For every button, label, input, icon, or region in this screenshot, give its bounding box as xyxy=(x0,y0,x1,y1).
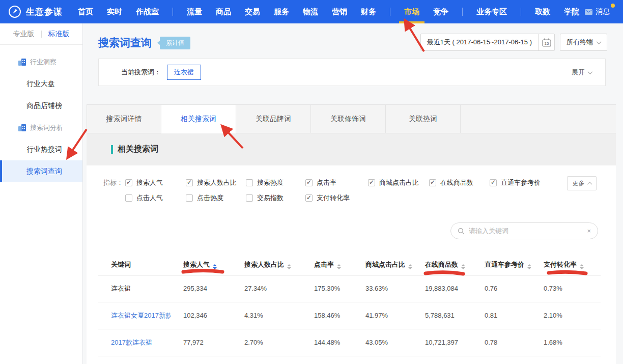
current-term-label: 当前搜索词： xyxy=(121,68,161,77)
sidebar: 专业版 标准版 行业洞察 行业大盘 商品店铺榜 搜索词分析 行业热搜词 搜索词查… xyxy=(0,23,83,364)
nav-item-market[interactable]: 市场 xyxy=(404,0,419,23)
version-tab-standard[interactable]: 标准版 xyxy=(48,30,70,39)
nav-item-competition[interactable]: 竞争 xyxy=(433,0,448,23)
checkbox-icon[interactable] xyxy=(186,179,193,186)
svg-text:15: 15 xyxy=(544,41,549,46)
main-content: 搜索词查询 累计值 最近1天 ( 2017-06-15~2017-06-15 )… xyxy=(83,23,623,364)
metric-checkbox-online-products[interactable]: 在线商品数 xyxy=(429,178,490,187)
nav-item-war-room[interactable]: 作战室 xyxy=(136,0,159,23)
sidebar-item-product-shop-rank[interactable]: 商品店铺榜 xyxy=(0,95,82,117)
date-range-picker[interactable]: 最近1天 ( 2017-06-15~2017-06-15 ) 15 xyxy=(420,34,555,51)
sort-icon[interactable] xyxy=(213,264,217,269)
clear-icon[interactable]: × xyxy=(587,227,591,235)
sidebar-item-industry-dashboard[interactable]: 行业大盘 xyxy=(0,73,82,95)
page-title-row: 搜索词查询 累计值 xyxy=(98,36,190,50)
nav-item-logistics[interactable]: 物流 xyxy=(303,0,318,23)
value-cell: 175.30% xyxy=(301,275,353,302)
brand[interactable]: 生意参谋 xyxy=(8,0,63,23)
nav-item-data-extract[interactable]: 取数 xyxy=(535,0,550,23)
nav-item-traffic[interactable]: 流量 xyxy=(187,0,202,23)
nav-item-realtime[interactable]: 实时 xyxy=(107,0,122,23)
checkbox-icon[interactable] xyxy=(186,194,193,202)
value-cell: 10,721,397 xyxy=(412,329,472,356)
nav-item-service[interactable]: 服务 xyxy=(274,0,289,23)
version-tab-pro[interactable]: 专业版 xyxy=(13,30,35,39)
metric-checkbox-payment-conversion[interactable]: 支付转化率 xyxy=(305,193,368,203)
brand-name: 生意参谋 xyxy=(26,6,63,18)
col-payment-conversion[interactable]: 支付转化率 xyxy=(531,255,601,275)
col-online-products[interactable]: 在线商品数 xyxy=(412,255,472,275)
content-panel: 指标： 搜索人气 搜索人数占比 搜索热度 点击率 商城点击占比 在线商品数 直通… xyxy=(87,165,616,364)
header-controls: 最近1天 ( 2017-06-15~2017-06-15 ) 15 所有终端 xyxy=(420,34,607,51)
metric-checkbox-click-heat[interactable]: 点击热度 xyxy=(186,193,246,203)
nav-item-marketing[interactable]: 营销 xyxy=(332,0,347,23)
sidebar-item-industry-hot-words[interactable]: 行业热搜词 xyxy=(0,138,82,160)
tab-search-word-detail[interactable]: 搜索词详情 xyxy=(87,105,161,133)
metric-checkbox-click-popularity[interactable]: 点击人气 xyxy=(125,193,186,203)
tab-related-search-words[interactable]: 相关搜索词 xyxy=(161,105,236,133)
value-cell: 2.10% xyxy=(531,302,601,329)
metric-checkbox-trade-index[interactable]: 交易指数 xyxy=(246,193,305,203)
checkbox-icon[interactable] xyxy=(125,179,132,186)
message-button[interactable]: 消息 xyxy=(585,0,615,23)
checkbox-icon[interactable] xyxy=(490,179,497,186)
sort-icon[interactable] xyxy=(527,264,531,269)
checkbox-icon[interactable] xyxy=(246,179,253,186)
nav-item-finance[interactable]: 财务 xyxy=(361,0,376,23)
terminal-filter-dropdown[interactable]: 所有终端 xyxy=(560,34,607,51)
more-button[interactable]: 更多 xyxy=(567,176,597,190)
current-term-value[interactable]: 连衣裙 xyxy=(167,65,201,80)
value-cell: 27.34% xyxy=(232,275,301,302)
sidebar-item-search-word-query[interactable]: 搜索词查询 xyxy=(0,160,82,182)
sort-icon[interactable] xyxy=(287,264,291,269)
sort-icon[interactable] xyxy=(337,264,341,269)
value-cell: 41.97% xyxy=(353,302,412,329)
sort-icon[interactable] xyxy=(461,264,465,269)
metric-checkbox-mall-click-ratio[interactable]: 商城点击占比 xyxy=(368,178,429,187)
col-search-user-ratio[interactable]: 搜索人数占比 xyxy=(232,255,301,275)
metric-checkbox-search-popularity[interactable]: 搜索人气 xyxy=(125,178,186,187)
tab-related-modifier-words[interactable]: 关联修饰词 xyxy=(311,105,386,133)
section-title: 相关搜索词 xyxy=(111,144,158,155)
checkbox-icon[interactable] xyxy=(125,194,132,202)
checkbox-icon[interactable] xyxy=(305,179,313,186)
nav-item-trade[interactable]: 交易 xyxy=(245,0,260,23)
nav-divider xyxy=(462,8,463,16)
col-click-rate[interactable]: 点击率 xyxy=(301,255,353,275)
checkbox-icon[interactable] xyxy=(429,179,436,186)
keyword-link[interactable]: 2017款连衣裙 xyxy=(111,339,152,346)
keyword-link[interactable]: 连衣裙女夏2017新款 xyxy=(111,312,171,319)
checkbox-icon[interactable] xyxy=(368,179,375,186)
col-search-popularity[interactable]: 搜索人气 xyxy=(171,255,232,275)
filters-label: 指标： xyxy=(103,178,125,187)
metric-checkbox-search-user-ratio[interactable]: 搜索人数占比 xyxy=(186,178,246,187)
nav-item-product[interactable]: 商品 xyxy=(216,0,231,23)
checkbox-icon[interactable] xyxy=(246,194,253,202)
version-tabs: 专业版 标准版 xyxy=(0,23,82,45)
value-cell: 33.63% xyxy=(353,275,412,302)
value-cell: 0.76 xyxy=(472,275,531,302)
keyword-search-box: × xyxy=(450,222,598,239)
calendar-icon[interactable]: 15 xyxy=(538,34,554,50)
metric-checkbox-search-heat[interactable]: 搜索热度 xyxy=(246,178,305,187)
value-cell: 0.73% xyxy=(531,275,601,302)
sort-icon[interactable] xyxy=(408,264,412,269)
metric-checkbox-click-rate[interactable]: 点击率 xyxy=(305,178,368,187)
col-ztc-ref-price[interactable]: 直通车参考价 xyxy=(472,255,531,275)
nav-item-home[interactable]: 首页 xyxy=(78,0,93,23)
col-mall-click-ratio[interactable]: 商城点击占比 xyxy=(353,255,412,275)
chevron-up-icon xyxy=(587,181,592,186)
metric-checkbox-ztc-ref-price[interactable]: 直通车参考价 xyxy=(490,178,541,187)
value-cell: 4.31% xyxy=(232,302,301,329)
tab-related-hot-words[interactable]: 关联热词 xyxy=(386,105,461,133)
nav-divider xyxy=(521,8,521,16)
nav-item-business-zone[interactable]: 业务专区 xyxy=(476,0,507,23)
expand-button[interactable]: 展开 xyxy=(572,68,592,77)
checkbox-icon[interactable] xyxy=(305,194,313,202)
tab-related-brand-words[interactable]: 关联品牌词 xyxy=(236,105,311,133)
value-cell: 2.70% xyxy=(232,329,301,356)
sidebar-group-industry-insight: 行业洞察 xyxy=(0,51,82,73)
sort-icon[interactable] xyxy=(580,264,584,269)
nav-item-academy[interactable]: 学院 xyxy=(564,0,579,23)
search-input[interactable] xyxy=(469,227,583,235)
